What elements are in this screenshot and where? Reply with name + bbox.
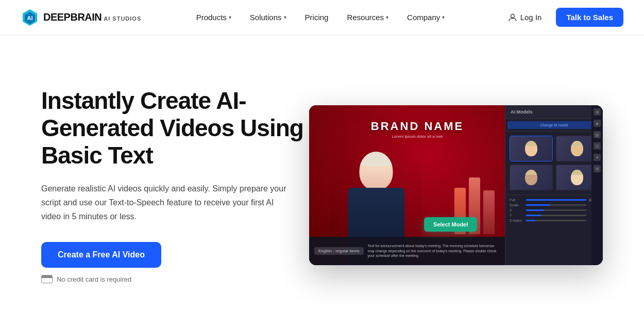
avatar xyxy=(571,170,583,185)
y-slider-row: Y 18 xyxy=(510,214,599,217)
side-icon-3[interactable]: ▤ xyxy=(594,131,601,138)
video-controls-bar: English - regular items Text for announc… xyxy=(309,237,505,265)
svg-text:AI: AI xyxy=(27,15,33,21)
hero-title: Instantly Create AI-Generated Videos Usi… xyxy=(41,87,309,169)
logo-icon: AI xyxy=(21,8,39,27)
logo-text: DEEPBRAIN AI STUDIOS xyxy=(43,11,141,23)
slider-label: X xyxy=(510,208,524,212)
model-grid xyxy=(505,132,603,194)
scale-slider-row-2: Scale 25 xyxy=(510,203,599,207)
credit-card-icon xyxy=(41,275,53,283)
avatar xyxy=(525,141,537,156)
side-icon-2[interactable]: ◈ xyxy=(594,120,601,127)
select-model-button[interactable]: Select Model xyxy=(424,217,477,232)
chevron-down-icon: ▾ xyxy=(386,14,388,20)
model-card-1[interactable] xyxy=(510,136,553,161)
ai-models-panel: AI Models Change AI model xyxy=(505,105,603,265)
slider-label: Scale xyxy=(510,203,524,207)
change-ai-model-btn[interactable]: Change AI model xyxy=(507,121,601,129)
create-free-video-button[interactable]: Create a Free AI Video xyxy=(41,242,161,268)
user-icon xyxy=(508,13,517,22)
nav-products[interactable]: Products ▾ xyxy=(188,9,240,26)
logo-brand: DEEPBRAIN xyxy=(43,11,101,23)
x-slider-row: X 24 xyxy=(510,208,599,212)
logo: AI DEEPBRAIN AI STUDIOS xyxy=(21,8,141,27)
panel-title: AI Models xyxy=(505,105,603,119)
panel-toolbar: Change AI model xyxy=(505,119,603,132)
nav-company[interactable]: Company ▾ xyxy=(399,9,453,26)
slider-label: Z-Index xyxy=(510,219,524,222)
hero-left: Instantly Create AI-Generated Videos Usi… xyxy=(41,87,309,283)
lipstick-3 xyxy=(483,190,495,234)
slider-section: Full 100 % Scale 25 X xyxy=(505,194,603,227)
slider-label: Full xyxy=(510,198,524,202)
nav-links: Products ▾ Solutions ▾ Pricing Resources… xyxy=(188,9,453,26)
language-badge: English - regular items xyxy=(314,247,364,255)
nav-solutions[interactable]: Solutions ▾ xyxy=(242,9,295,26)
hero-right: BRAND NAME Lorem ipsum dolor sit a met xyxy=(309,105,603,265)
product-screenshot: BRAND NAME Lorem ipsum dolor sit a met xyxy=(309,105,603,265)
side-icon-1[interactable]: ⊞ xyxy=(594,108,601,116)
scale-slider-row: Full 100 % xyxy=(510,198,599,202)
no-credit-card-notice: No credit card is required xyxy=(41,275,309,283)
chevron-down-icon: ▾ xyxy=(229,14,231,20)
navbar: AI DEEPBRAIN AI STUDIOS Products ▾ Solut… xyxy=(0,0,644,35)
side-icons-panel: ⊞ ◈ ▤ ⊡ ✦ ⊗ xyxy=(591,105,603,265)
avatar xyxy=(571,141,583,156)
chevron-down-icon: ▾ xyxy=(284,14,286,20)
avatar xyxy=(525,170,537,185)
nav-pricing[interactable]: Pricing xyxy=(297,9,337,26)
talk-to-sales-button[interactable]: Talk to Sales xyxy=(556,8,623,27)
avatar-head xyxy=(360,152,393,190)
nav-resources[interactable]: Resources ▾ xyxy=(338,9,397,26)
slider-label: Y xyxy=(510,214,524,217)
brand-tagline-text: Lorem ipsum dolor sit a met xyxy=(340,134,495,139)
side-icon-5[interactable]: ✦ xyxy=(594,154,601,161)
side-icon-6[interactable]: ⊗ xyxy=(594,165,601,172)
model-card-3[interactable] xyxy=(510,165,553,190)
side-icon-4[interactable]: ⊡ xyxy=(594,142,601,150)
svg-point-3 xyxy=(511,14,514,18)
login-button[interactable]: Log In xyxy=(500,9,550,26)
script-preview-text: Text for announcement about today's meet… xyxy=(368,243,500,258)
hero-description: Generate realistic AI videos quickly and… xyxy=(41,182,289,224)
logo-sub: AI STUDIOS xyxy=(104,15,141,22)
z-index-slider-row: Z-Index 1 xyxy=(510,219,599,222)
nav-right: Log In Talk to Sales xyxy=(500,8,623,27)
video-preview-area: BRAND NAME Lorem ipsum dolor sit a met xyxy=(309,105,505,265)
hero-section: Instantly Create AI-Generated Videos Usi… xyxy=(0,35,644,325)
chevron-down-icon: ▾ xyxy=(442,14,445,20)
brand-name-text: BRAND NAME xyxy=(340,120,495,133)
